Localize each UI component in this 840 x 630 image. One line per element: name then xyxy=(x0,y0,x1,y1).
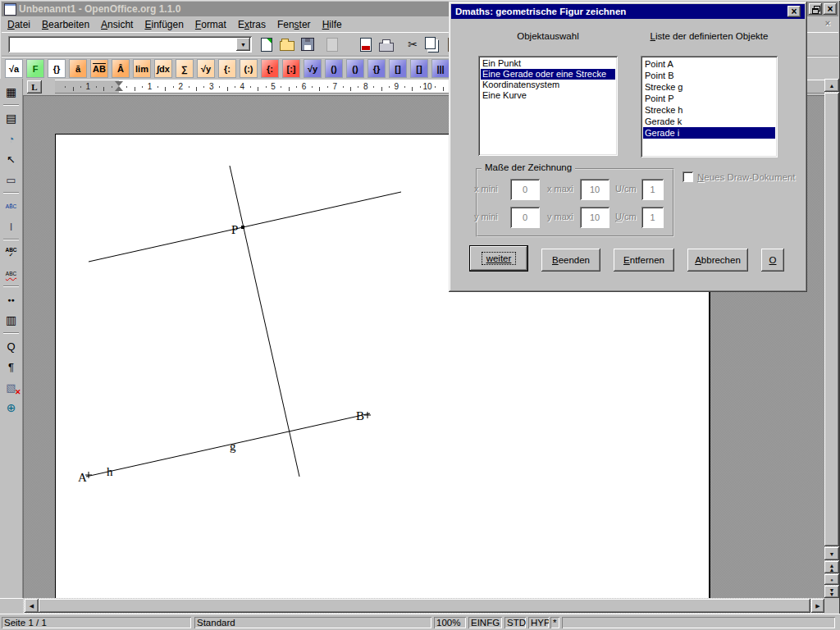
url-combobox[interactable]: ▼ xyxy=(8,36,252,52)
menu-extras[interactable]: Extras xyxy=(232,17,272,32)
menu-bearbeiten[interactable]: Bearbeiten xyxy=(36,17,95,32)
list-item-ein-punkt[interactable]: Ein Punkt xyxy=(481,58,615,69)
data-sources-icon[interactable]: ▥ xyxy=(2,310,21,330)
new-document-button[interactable] xyxy=(258,35,276,53)
autotext-icon[interactable]: AB̂C xyxy=(2,196,21,216)
list-item-eine-gerade-oder-eine-strecke[interactable]: Eine Gerade oder eine Strecke xyxy=(481,69,615,80)
vertical-scroll-thumb[interactable] xyxy=(824,93,839,546)
x-maxi-field[interactable]: 10 xyxy=(580,179,609,200)
list-item-strecke-h[interactable]: Strecke h xyxy=(643,104,775,116)
zoom-level[interactable]: 100% xyxy=(434,617,466,628)
sqrt-a-icon[interactable]: √a xyxy=(5,59,23,78)
open-button[interactable] xyxy=(278,35,296,53)
parens-blue-icon[interactable]: () xyxy=(325,59,343,78)
horizontal-scrollbar[interactable] xyxy=(23,598,824,614)
gerade-i-line[interactable] xyxy=(89,192,401,262)
page-indicator[interactable]: Seite 1 / 1 xyxy=(2,617,191,628)
brackets2-blue-icon[interactable]: [] xyxy=(410,59,428,78)
graphics-onoff-icon[interactable]: ▧✕ xyxy=(2,377,21,397)
previous-page-icon[interactable] xyxy=(824,561,839,573)
vertical-scrollbar[interactable] xyxy=(824,79,839,598)
angle-hat-icon[interactable]: Â xyxy=(112,59,130,78)
brackets-blue-icon[interactable]: [] xyxy=(389,59,407,78)
navigation-icon[interactable] xyxy=(824,574,839,585)
edit-file-button[interactable] xyxy=(323,35,341,53)
point-p-marker[interactable] xyxy=(241,226,244,229)
gerade-k-line[interactable] xyxy=(230,166,299,477)
neues-draw-dokument-checkbox[interactable] xyxy=(682,171,693,182)
beenden-button[interactable]: Beenden xyxy=(541,249,600,272)
page-style[interactable]: Standard xyxy=(194,617,431,628)
object-type-list[interactable]: Ein PunktEine Gerade oder eine StreckeKo… xyxy=(478,56,618,156)
integral-icon[interactable]: ∫dx xyxy=(154,59,172,78)
scroll-up-icon[interactable] xyxy=(824,79,839,92)
list-item-eine-kurve[interactable]: Eine Kurve xyxy=(481,90,615,101)
segment-overline-icon[interactable]: AB xyxy=(90,59,108,78)
sum-icon[interactable]: ∑ xyxy=(176,59,194,78)
list-item-gerade-k[interactable]: Gerade k xyxy=(643,116,775,127)
list-item-koordinatensystem[interactable]: Koordinatensystem xyxy=(481,80,615,90)
braces-icon[interactable]: {} xyxy=(48,59,66,78)
scroll-down-icon[interactable] xyxy=(824,547,839,560)
menu-format[interactable]: Format xyxy=(189,17,232,32)
tab-type-button[interactable]: L xyxy=(27,80,42,94)
insert-mode[interactable]: EINFG xyxy=(468,617,502,628)
list-item-point-b[interactable]: Point B xyxy=(643,70,775,81)
parens2-blue-icon[interactable]: () xyxy=(346,59,364,78)
insert-fields-icon[interactable]: ▤ xyxy=(2,108,21,128)
root-tan-icon[interactable]: √y xyxy=(197,59,215,78)
chevron-down-icon[interactable]: ▼ xyxy=(236,38,250,51)
brace-colon-tan-icon[interactable]: {: xyxy=(218,59,236,78)
menu-fenster[interactable]: Fenster xyxy=(272,17,317,32)
nonprinting-characters-icon[interactable]: ¶ xyxy=(2,357,21,377)
find-replace-icon[interactable]: ●● xyxy=(2,290,21,309)
root-blue-icon[interactable]: √y xyxy=(304,59,322,78)
export-pdf-button[interactable] xyxy=(357,35,375,53)
menu-einfgen[interactable]: Einfügen xyxy=(139,17,189,32)
spellcheck-icon[interactable]: ABC ✓ xyxy=(2,243,21,262)
copy-button[interactable] xyxy=(424,35,442,53)
figure-label-b[interactable]: B xyxy=(356,410,364,422)
print-button[interactable] xyxy=(377,35,395,53)
direct-cursor-icon[interactable]: I xyxy=(2,217,21,236)
weiter-button[interactable]: weiter xyxy=(470,246,527,271)
figure-label-a[interactable]: A xyxy=(78,472,87,484)
online-layout-icon[interactable]: ⊕ xyxy=(2,398,21,418)
strecke-g-line[interactable] xyxy=(86,413,370,477)
list-item-gerade-i[interactable]: Gerade i xyxy=(643,127,775,139)
next-page-icon[interactable] xyxy=(824,586,839,598)
x-mini-field[interactable]: 0 xyxy=(510,179,540,200)
indent-marker[interactable] xyxy=(115,81,123,92)
list-item-point-p[interactable]: Point P xyxy=(643,93,775,104)
save-button[interactable] xyxy=(299,35,317,53)
selection-mode[interactable]: STD xyxy=(504,617,526,628)
bracket-colon-red-icon[interactable]: [:] xyxy=(282,59,300,78)
ucm-field-2[interactable]: 1 xyxy=(641,207,664,228)
cut-button[interactable]: ✂ xyxy=(404,35,422,53)
y-maxi-field[interactable]: 10 xyxy=(580,207,609,228)
function-green-icon[interactable]: F xyxy=(26,59,44,78)
abbrechen-button[interactable]: Abbrechen xyxy=(687,249,748,272)
horizontal-scroll-thumb[interactable] xyxy=(39,599,810,613)
figure-label-h[interactable]: h xyxy=(107,466,113,478)
close-document-icon[interactable]: × xyxy=(822,19,833,29)
brace-colon-red-icon[interactable]: {: xyxy=(261,59,279,78)
list-item-strecke-g[interactable]: Strecke g xyxy=(643,81,775,93)
scroll-left-icon[interactable] xyxy=(25,599,39,613)
braces-blue-icon[interactable]: {} xyxy=(368,59,386,78)
modified-flag[interactable]: * xyxy=(550,617,559,628)
y-mini-field[interactable]: 0 xyxy=(510,207,540,228)
vector-icon[interactable]: ā xyxy=(69,59,87,78)
menu-datei[interactable]: Datei xyxy=(2,17,36,32)
zoom-icon[interactable]: Q xyxy=(2,336,21,356)
menu-ansicht[interactable]: Ansicht xyxy=(95,17,139,32)
norm-icon[interactable]: ||| xyxy=(431,59,450,78)
dialog-titlebar[interactable]: Dmaths: geometrische Figur zeichnen xyxy=(451,4,805,19)
paren-colon-tan-icon[interactable]: (:) xyxy=(240,59,258,78)
limit-icon[interactable]: lim xyxy=(133,59,151,78)
figure-label-p[interactable]: P xyxy=(231,224,238,236)
figure-label-g[interactable]: g xyxy=(230,441,236,453)
insert-objects-icon[interactable]: ◔ xyxy=(2,129,21,148)
dialog-close-icon[interactable] xyxy=(788,6,801,17)
hyperlink-mode[interactable]: HYP xyxy=(528,617,549,628)
